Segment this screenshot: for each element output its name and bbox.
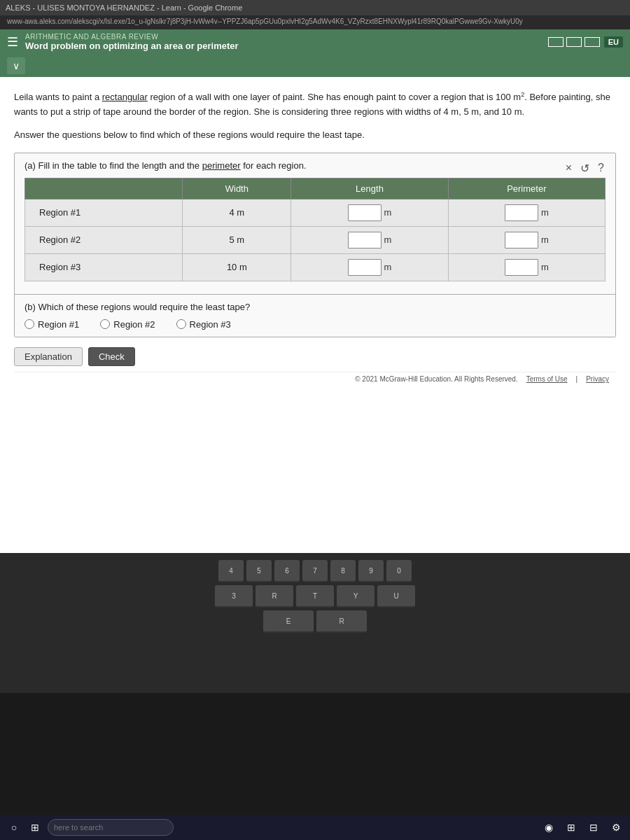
radio-region-2-input[interactable] xyxy=(100,319,110,329)
radio-option-region-2[interactable]: Region #2 xyxy=(100,319,155,330)
eu-badge: EU xyxy=(604,36,623,48)
region-3-width: 10 m xyxy=(183,253,291,281)
region-2-length-input[interactable] xyxy=(348,232,382,248)
pipe-separator: | xyxy=(576,375,578,383)
taskbar-apps-icon[interactable]: ⊞ xyxy=(563,819,580,836)
undo-icon[interactable]: ↺ xyxy=(580,162,589,175)
taskbar-search-icon[interactable]: ⊞ xyxy=(27,819,43,836)
keyboard-row-bottom: E R xyxy=(7,610,623,633)
region-2-perimeter-input[interactable] xyxy=(505,232,538,248)
radio-region-2-label: Region #2 xyxy=(113,319,155,330)
nav-text-block: ARITHMETIC AND ALGEBRA REVIEW Word probl… xyxy=(25,33,239,51)
rectangular-underline: rectangular xyxy=(102,92,148,102)
terms-link[interactable]: Terms of Use xyxy=(526,375,568,383)
region-3-length-cell: m xyxy=(291,253,448,281)
check-button[interactable]: Check xyxy=(88,347,135,366)
windows-start-icon[interactable]: ○ xyxy=(6,819,22,836)
radio-option-region-3[interactable]: Region #3 xyxy=(176,319,231,330)
part-a-label-end: for each region. xyxy=(241,160,307,171)
windows-taskbar: ○ ⊞ ◉ ⊞ ⊟ ⚙ xyxy=(0,815,630,840)
progress-box-1 xyxy=(548,37,564,47)
main-content: Leila wants to paint a rectangular regio… xyxy=(0,77,630,553)
radio-group: Region #1 Region #2 Region #3 xyxy=(24,319,606,330)
region-3-label: Region #3 xyxy=(25,253,183,281)
region-1-length-cell: m xyxy=(291,199,448,226)
part-a-label-text: (a) Fill in the table to find the length… xyxy=(24,160,202,171)
region-3-perimeter-input[interactable] xyxy=(505,259,538,276)
progress-boxes xyxy=(548,37,600,47)
copyright-text: © 2021 McGraw-Hill Education. All Rights… xyxy=(355,375,517,383)
col-header-perimeter: Perimeter xyxy=(448,178,605,199)
radio-region-3-label: Region #3 xyxy=(190,319,231,330)
key-r2[interactable]: R xyxy=(316,610,367,633)
keyboard-row-letters: 3 R T Y U xyxy=(7,585,623,608)
taskbar-calendar-icon[interactable]: ⊟ xyxy=(585,819,602,836)
col-header-width: Width xyxy=(183,178,291,199)
perimeter-underline: perimeter xyxy=(202,160,241,171)
region-1-label: Region #1 xyxy=(25,199,183,226)
keyboard-row-numbers: 4 5 6 7 8 9 0 xyxy=(7,560,623,582)
key-0[interactable]: 0 xyxy=(386,560,412,582)
table-row: Region #2 5 m m m xyxy=(25,226,606,253)
part-a-section: (a) Fill in the table to find the length… xyxy=(15,153,615,294)
part-b-label-text: (b) Which of these regions would require… xyxy=(24,302,250,312)
keyboard-area: 4 5 6 7 8 9 0 3 R T Y U E R xyxy=(0,553,630,693)
region-2-width: 5 m xyxy=(183,226,291,253)
table-row: Region #1 4 m m m xyxy=(25,199,606,226)
region-1-perimeter-cell: m xyxy=(448,199,605,226)
table-row: Region #3 10 m m m xyxy=(25,253,606,281)
key-6[interactable]: 6 xyxy=(274,560,300,582)
nav-title: Word problem on optimizing an area or pe… xyxy=(25,41,239,51)
region-table: Width Length Perimeter Region #1 4 m m xyxy=(24,178,606,281)
hamburger-menu-icon[interactable]: ☰ xyxy=(7,36,18,48)
taskbar-search-input[interactable] xyxy=(48,819,174,836)
feedback-area: × ↺ ? xyxy=(566,162,604,175)
region-1-perimeter-input[interactable] xyxy=(505,204,538,221)
privacy-link[interactable]: Privacy xyxy=(586,375,609,383)
answer-instruction-text: Answer the questions below to find which… xyxy=(14,130,616,140)
browser-title-text: ALEKS - ULISES MONTOYA HERNANDEZ - Learn… xyxy=(6,4,242,12)
copyright-bar: © 2021 McGraw-Hill Education. All Rights… xyxy=(14,372,616,386)
key-8[interactable]: 8 xyxy=(330,560,356,582)
explanation-button[interactable]: Explanation xyxy=(14,347,83,366)
col-header-length: Length xyxy=(291,178,448,199)
region-1-length-input[interactable] xyxy=(348,204,382,221)
progress-box-3 xyxy=(584,37,600,47)
key-t[interactable]: T xyxy=(296,585,334,608)
region-2-label: Region #2 xyxy=(25,226,183,253)
region-2-perimeter-cell: m xyxy=(448,226,605,253)
radio-region-3-input[interactable] xyxy=(176,319,186,329)
region-3-length-input[interactable] xyxy=(348,259,382,276)
region-1-width: 4 m xyxy=(183,199,291,226)
key-3[interactable]: 3 xyxy=(215,585,253,608)
question-box: × ↺ ? (a) Fill in the table to find the … xyxy=(14,153,616,337)
nav-subtitle: ARITHMETIC AND ALGEBRA REVIEW xyxy=(25,33,239,41)
url-text: www-awa.aleks.com/alekscgi/x/lsl.exe/1o_… xyxy=(7,18,523,25)
key-9[interactable]: 9 xyxy=(358,560,384,582)
key-e[interactable]: E xyxy=(263,610,314,633)
aleks-topnav: ☰ ARITHMETIC AND ALGEBRA REVIEW Word pro… xyxy=(0,29,630,55)
part-b-section: (b) Which of these regions would require… xyxy=(15,294,615,337)
key-r[interactable]: R xyxy=(255,585,293,608)
region-3-length-unit: m xyxy=(384,262,392,272)
taskbar-settings-icon[interactable]: ⚙ xyxy=(608,819,624,836)
region-3-perimeter-unit: m xyxy=(541,262,549,272)
part-b-label: (b) Which of these regions would require… xyxy=(24,302,606,312)
chevron-dropdown-button[interactable]: ∨ xyxy=(7,57,25,74)
key-y[interactable]: Y xyxy=(337,585,374,608)
part-a-label: (a) Fill in the table to find the length… xyxy=(24,160,606,171)
region-2-length-unit: m xyxy=(384,234,392,245)
region-3-perimeter-cell: m xyxy=(448,253,605,281)
key-7[interactable]: 7 xyxy=(302,560,328,582)
taskbar-browser-icon[interactable]: ◉ xyxy=(540,819,557,836)
key-4[interactable]: 4 xyxy=(218,560,244,582)
help-icon[interactable]: ? xyxy=(598,162,604,174)
radio-option-region-1[interactable]: Region #1 xyxy=(24,319,79,330)
taskbar-right: ◉ ⊞ ⊟ ⚙ xyxy=(540,819,624,836)
close-feedback-icon[interactable]: × xyxy=(566,162,572,174)
key-5[interactable]: 5 xyxy=(246,560,272,582)
region-2-perimeter-unit: m xyxy=(541,234,549,245)
key-u[interactable]: U xyxy=(377,585,415,608)
region-2-length-cell: m xyxy=(291,226,448,253)
radio-region-1-input[interactable] xyxy=(24,319,34,329)
